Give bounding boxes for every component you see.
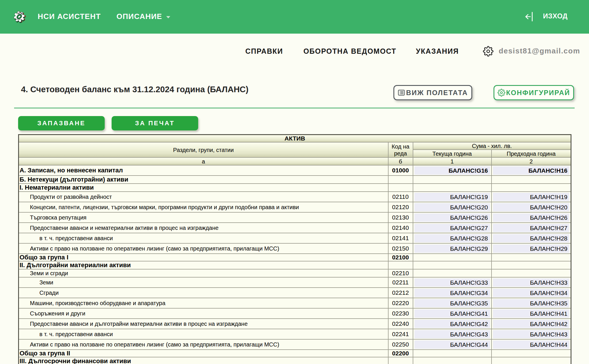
svg-text:НСИ: НСИ: [17, 12, 23, 15]
svg-text:Асистент: Асистент: [16, 19, 22, 20]
